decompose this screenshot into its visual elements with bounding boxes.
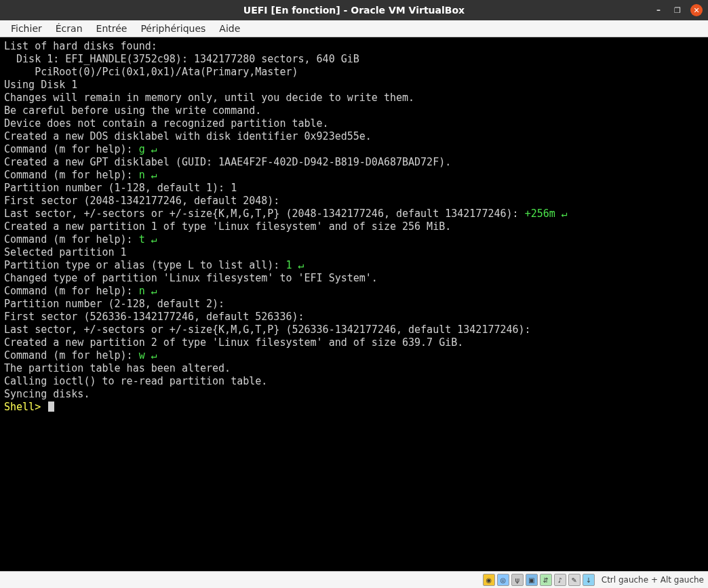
minimize-button[interactable] bbox=[652, 4, 665, 16]
window-title: UEFI [En fonction] - Oracle VM VirtualBo… bbox=[243, 5, 465, 16]
menu-ecran[interactable]: Écran bbox=[49, 22, 90, 35]
host-key-label: Ctrl gauche + Alt gauche bbox=[602, 575, 704, 585]
audio-icon[interactable]: ♪ bbox=[554, 574, 566, 586]
menubar: Fichier Écran Entrée Périphériques Aide bbox=[0, 20, 708, 37]
close-button[interactable] bbox=[690, 4, 703, 16]
statusbar: ◉ ◎ ψ ▣ ⇵ ♪ ✎ ↓ Ctrl gauche + Alt gauche bbox=[0, 571, 708, 588]
usb-icon[interactable]: ψ bbox=[511, 574, 524, 586]
mouse-icon[interactable]: ✎ bbox=[568, 574, 581, 586]
menu-fichier[interactable]: Fichier bbox=[4, 22, 49, 35]
menu-aide[interactable]: Aide bbox=[212, 22, 247, 35]
window-controls bbox=[652, 0, 703, 20]
recording-icon[interactable]: ↓ bbox=[583, 574, 595, 586]
titlebar[interactable]: UEFI [En fonction] - Oracle VM VirtualBo… bbox=[0, 0, 708, 20]
menu-entree[interactable]: Entrée bbox=[90, 22, 134, 35]
network-icon[interactable]: ⇵ bbox=[540, 574, 552, 586]
shared-folder-icon[interactable]: ▣ bbox=[526, 574, 538, 586]
status-icons: ◉ ◎ ψ ▣ ⇵ ♪ ✎ ↓ bbox=[483, 574, 595, 586]
harddisk-icon[interactable]: ◉ bbox=[483, 574, 495, 586]
terminal-output[interactable]: List of hard disks found: Disk 1: EFI_HA… bbox=[0, 37, 708, 571]
vm-window: UEFI [En fonction] - Oracle VM VirtualBo… bbox=[0, 0, 708, 588]
maximize-button[interactable] bbox=[671, 4, 684, 16]
optical-icon[interactable]: ◎ bbox=[497, 574, 509, 586]
menu-peripheriques[interactable]: Périphériques bbox=[134, 22, 212, 35]
